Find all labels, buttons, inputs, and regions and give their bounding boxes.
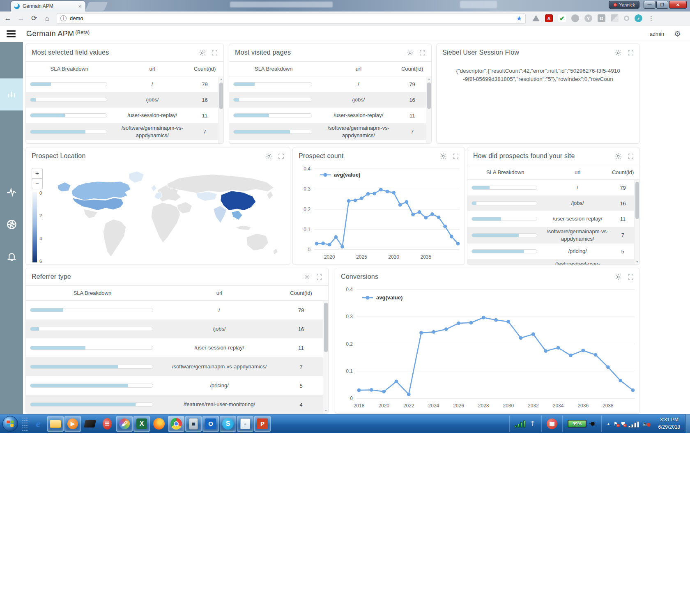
table-row[interactable]: /pricing/5 [26, 376, 328, 395]
table-row[interactable]: /user-session-replay/11 [26, 338, 328, 357]
table-row[interactable]: /jobs/16 [229, 92, 431, 108]
panel-gear-icon[interactable] [304, 274, 310, 280]
panel-fullscreen-icon[interactable] [278, 153, 284, 159]
country-australia[interactable] [246, 233, 269, 251]
taskbar-shopping-app[interactable]: ☰ [99, 416, 115, 432]
back-icon[interactable]: ← [2, 14, 13, 23]
table-row[interactable]: /user-session-replay/11 [467, 211, 639, 227]
taskbar-notepad[interactable]: ≡ [237, 416, 253, 432]
taskbar-excel[interactable]: X [133, 416, 150, 432]
world-map[interactable]: + − 0 2 4 6 [26, 165, 290, 264]
country-mexico[interactable] [83, 209, 98, 218]
minimize-button[interactable]: — [644, 1, 656, 9]
sidebar-item-analytics[interactable] [0, 208, 23, 240]
shape-icon[interactable] [611, 14, 619, 22]
ball-icon[interactable] [571, 14, 579, 22]
taskbar-firefox[interactable] [151, 416, 167, 432]
close-button[interactable]: ✕ [669, 1, 687, 9]
home-icon[interactable]: ⌂ [42, 14, 53, 23]
country-alaska[interactable] [58, 182, 71, 192]
scrollbar[interactable]: ▲ [426, 77, 431, 143]
admin-user-label[interactable]: admin [650, 31, 664, 37]
browser-menu-icon[interactable]: ⋮ [648, 15, 654, 22]
panel-fullscreen-icon[interactable] [628, 153, 634, 159]
country-usa[interactable] [72, 198, 124, 211]
network-meter-group[interactable] [509, 416, 541, 432]
table-row[interactable]: /79 [26, 76, 223, 92]
table-row[interactable]: /79 [229, 76, 431, 92]
panel-gear-icon[interactable] [199, 49, 206, 56]
taskbar-chrome[interactable] [168, 416, 184, 432]
z-icon[interactable]: z [635, 14, 642, 22]
country-japan[interactable] [267, 191, 273, 200]
table-row[interactable]: /software/germainapm-vs-appdynamics/7 [26, 357, 328, 376]
table-row[interactable]: /pricing/5 [229, 140, 431, 143]
country-india[interactable] [213, 206, 227, 223]
panel-gear-icon[interactable] [615, 274, 622, 280]
table-row[interactable]: /pricing/5 [467, 244, 639, 259]
action-center-flag-icon[interactable]: ⚑✕ [614, 421, 618, 427]
table-row[interactable]: /user-session-replay/11 [26, 108, 223, 123]
table-row[interactable]: /jobs/16 [26, 92, 223, 108]
pdf-icon[interactable]: A [545, 14, 553, 22]
scrollbar[interactable]: ▼ [323, 301, 328, 413]
scrollbar[interactable]: ▼ [634, 180, 639, 264]
map-zoom-in-button[interactable]: + [32, 168, 43, 179]
table-row[interactable]: /software/germainapm-vs-appdynamics/7 [229, 123, 431, 140]
panel-fullscreen-icon[interactable] [212, 50, 218, 56]
table-row[interactable]: /user-session-replay/11 [229, 108, 431, 123]
table-row[interactable]: /pricing/5 [26, 140, 223, 143]
country-vietnam[interactable] [232, 211, 243, 220]
sidebar-item-monitoring[interactable] [0, 176, 23, 208]
restore-button[interactable]: ❐ [656, 1, 668, 9]
reload-icon[interactable]: ⟳ [29, 14, 39, 23]
panel-gear-icon[interactable] [615, 49, 622, 56]
sidebar-item-alerts[interactable] [0, 240, 23, 272]
taskbar-powerpoint[interactable]: P [254, 416, 271, 432]
browser-tab[interactable]: Germain APM × [11, 1, 85, 11]
country-south-america[interactable] [103, 219, 126, 257]
g-icon[interactable]: G [598, 14, 605, 22]
battery-group[interactable]: 99% [562, 416, 601, 432]
panel-fullscreen-icon[interactable] [453, 153, 459, 159]
country-greenland[interactable] [129, 171, 144, 183]
table-row[interactable]: /79 [467, 180, 639, 195]
taskbar-laptop-app[interactable] [82, 416, 98, 432]
taskbar-outlook[interactable]: O [202, 416, 219, 432]
taskbar-file-explorer[interactable] [47, 416, 64, 432]
panel-gear-icon[interactable] [440, 153, 447, 160]
new-tab-button[interactable] [85, 2, 108, 11]
country-canada[interactable] [71, 182, 131, 200]
spellcheck-icon[interactable]: ✔ [558, 14, 566, 22]
country-uk[interactable] [151, 184, 156, 191]
table-row[interactable]: /jobs/16 [26, 319, 328, 338]
show-desktop-button[interactable] [685, 414, 690, 433]
start-button[interactable] [2, 416, 18, 432]
hamburger-menu-icon[interactable] [7, 30, 16, 37]
table-row[interactable]: /79 [26, 301, 328, 319]
y-icon[interactable]: Y [584, 14, 592, 22]
table-row[interactable]: /features/real-user-monitoring/4 [26, 395, 328, 413]
taskbar-calculator[interactable]: ▦ [185, 416, 202, 432]
taskbar-media-player[interactable]: ▶ [64, 416, 81, 432]
panel-fullscreen-icon[interactable] [316, 274, 322, 280]
panel-fullscreen-icon[interactable] [419, 50, 426, 56]
table-row[interactable]: /software/germainapm-vs-appdynamics/7 [26, 123, 223, 140]
table-row[interactable]: /jobs/16 [467, 195, 639, 211]
forward-icon[interactable]: → [16, 14, 26, 23]
map-zoom-out-button[interactable]: − [32, 179, 43, 189]
panel-gear-icon[interactable] [407, 49, 414, 56]
tray-expand-icon[interactable]: ▲ [607, 422, 610, 426]
taskbar-internet-explorer[interactable]: e [30, 416, 46, 432]
panel-fullscreen-icon[interactable] [628, 274, 634, 280]
country-indonesia[interactable] [235, 225, 251, 230]
sidebar-item-dashboards[interactable] [0, 78, 23, 110]
security-app-group[interactable] [541, 416, 562, 432]
settings-gear-icon[interactable]: ⚙ [674, 29, 681, 39]
taskbar-skype[interactable]: S [220, 416, 236, 432]
scrollbar[interactable]: ▲ [218, 77, 223, 143]
taskbar-clock[interactable]: 3:31 PM 6/29/2018 [653, 416, 685, 431]
country-africa[interactable] [151, 202, 180, 243]
volume-muted-icon[interactable]: 🔈🚫 [642, 421, 649, 427]
country-russia[interactable] [167, 174, 274, 193]
